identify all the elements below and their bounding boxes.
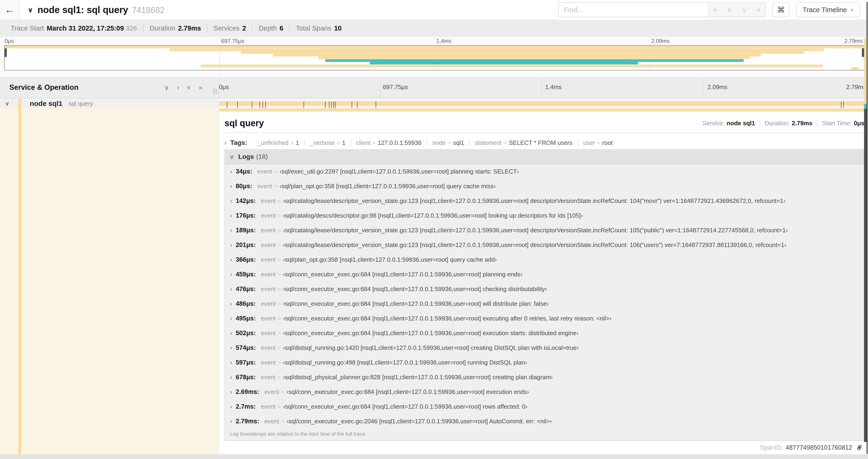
view-selector-label: Trace Timeline <box>803 6 847 14</box>
stat-item: Trace StartMarch 31 2022, 17:25:09.326 <box>5 24 144 33</box>
tick-label: 2.79ms <box>846 84 866 91</box>
page-title: node sql1: sql query <box>37 5 128 15</box>
log-row[interactable]: ›201μs:event=‹sql/catalog/lease/descript… <box>225 238 864 252</box>
scrollbar-segment <box>864 38 867 104</box>
locate-icon[interactable]: ⌖ <box>713 6 717 14</box>
log-row[interactable]: ›142μs:event=‹sql/catalog/lease/descript… <box>225 194 864 208</box>
log-rows: ›34μs:event=‹sql/exec_util.go:2297 [nsql… <box>225 164 864 429</box>
log-row[interactable]: ›176μs:event=‹sql/catalog/descs/descript… <box>225 208 864 223</box>
minimap-span-bar <box>169 48 824 51</box>
log-row[interactable]: ›597μs:event=‹sql/distsql_running.go:498… <box>225 355 864 370</box>
back-button[interactable]: ← <box>0 0 20 20</box>
span-detail-panel: sql query Service:node sql1Duration:2.79… <box>219 108 868 454</box>
log-row[interactable]: ›34μs:event=‹sql/exec_util.go:2297 [nsql… <box>225 164 864 179</box>
tag-item: statement=SELECT * FROM users <box>470 139 578 146</box>
find-box: ⌖∧∨× <box>558 2 766 17</box>
chevron-right-icon: › <box>230 256 232 263</box>
column-title: Service & Operation <box>9 83 79 92</box>
chevron-right-icon: › <box>230 183 232 190</box>
log-row[interactable]: ›189μs:event=‹sql/catalog/lease/descript… <box>225 223 864 238</box>
tick-label: 697.75μs <box>383 84 408 91</box>
clear-icon[interactable]: × <box>756 6 761 14</box>
minimap-tick-labels: 0μs697.75μs1.4ms2.09ms2.79ms <box>4 38 865 45</box>
log-row[interactable]: ›2.79ms:event=‹sql/conn_executor_exec.go… <box>225 414 864 429</box>
span-title: sql query <box>224 118 264 128</box>
span-duration-bar[interactable] <box>219 101 864 106</box>
tag-item: user=root <box>578 139 618 146</box>
trace-minimap: 0μs697.75μs1.4ms2.09ms2.79ms <box>0 37 868 77</box>
chevron-down-icon[interactable]: ∨ <box>28 6 33 14</box>
stat-item: Total Spans10 <box>290 24 348 33</box>
expanded-span-left-column <box>0 108 219 454</box>
span-color-stripe <box>18 108 22 454</box>
timeline-column-header: Service & Operation ∨›»» 0μs697.75μs1.4m… <box>0 77 868 98</box>
timeline-ruler: 0μs697.75μs1.4ms2.09ms2.79ms <box>219 77 868 98</box>
span-row: ∨ node sql1 sql query <box>0 99 868 108</box>
span-meta-item: Start Time:0μs <box>817 120 864 127</box>
chevron-down-icon[interactable]: ∨ <box>5 100 9 107</box>
logs-container: ∨ Logs (18) ›34μs:event=‹sql/exec_util.g… <box>224 149 864 441</box>
chevron-right-icon: › <box>230 300 232 307</box>
tick-label: 2.09ms <box>651 38 670 44</box>
divider <box>224 132 864 133</box>
log-row[interactable]: ›459μs:event=‹sql/conn_executor_exec.go:… <box>225 267 864 282</box>
top-actions: ⌖∧∨× ⌘ Trace Timeline ∨ <box>558 2 860 17</box>
expand-all-icon[interactable]: » <box>198 84 202 91</box>
tick-label: 697.75μs <box>221 38 244 44</box>
expand-one-icon[interactable]: › <box>177 84 179 91</box>
minimap-span-bar <box>325 59 744 62</box>
span-meta: Service:node sql1Duration:2.79msStart Ti… <box>698 120 865 127</box>
tags-label[interactable]: Tags: <box>230 139 247 146</box>
column-resize-grip[interactable] <box>214 88 217 94</box>
log-row[interactable]: ›80μs:event=‹sql/plan_opt.go:358 [nsql1,… <box>225 179 864 194</box>
tick-label: 1.4ms <box>436 38 452 44</box>
link-icon[interactable] <box>856 444 863 452</box>
log-row[interactable]: ›678μs:event=‹sql/distsql_physical_plann… <box>225 370 864 385</box>
log-row[interactable]: ›2.69ms:event=‹sql/conn_executor_exec.go… <box>225 385 864 399</box>
collapse-all-icon[interactable]: » <box>185 86 193 89</box>
keyboard-shortcuts-button[interactable]: ⌘ <box>772 2 789 17</box>
command-icon: ⌘ <box>777 5 785 14</box>
top-bar: ← ∨ node sql1: sql query 7418682 ⌖∧∨× ⌘ … <box>0 0 868 20</box>
collapse-expand-controls: ∨›»» <box>164 84 202 91</box>
log-row[interactable]: ›2.7ms:event=‹sql/conn_executor_exec.go:… <box>225 399 864 414</box>
span-timeline-cell[interactable] <box>219 99 867 108</box>
chevron-right-icon: › <box>230 198 232 204</box>
chevron-down-icon: ∨ <box>850 7 854 12</box>
minimap-canvas[interactable] <box>4 45 865 70</box>
logs-count: (18) <box>256 153 268 160</box>
chevron-down-icon: ∨ <box>229 153 234 160</box>
trace-view-selector[interactable]: Trace Timeline ∨ <box>796 2 860 17</box>
log-row[interactable]: ›574μs:event=‹sql/distsql_running.go:142… <box>225 340 864 355</box>
chevron-right-icon: › <box>230 403 232 410</box>
prev-result-icon[interactable]: ∧ <box>727 6 732 14</box>
tag-item: client=127.0.0.1:59936 <box>351 139 427 146</box>
find-controls: ⌖∧∨× <box>708 3 765 17</box>
log-row[interactable]: ›366μs:event=‹sql/plan_opt.go:358 [nsql1… <box>225 252 864 267</box>
chevron-right-icon[interactable]: › <box>224 139 226 146</box>
log-row[interactable]: ›476μs:event=‹sql/conn_executor_exec.go:… <box>225 282 864 296</box>
tick-label: 2.09ms <box>708 84 727 91</box>
chevron-right-icon: › <box>230 315 232 322</box>
tag-item: node=sql1 <box>427 139 470 146</box>
logs-header[interactable]: ∨ Logs (18) <box>225 150 864 164</box>
right-edge-line <box>867 2 868 454</box>
back-arrow-icon: ← <box>5 4 14 15</box>
chevron-right-icon: › <box>230 374 232 381</box>
span-name-cell[interactable]: ∨ node sql1 sql query <box>0 99 219 108</box>
span-id-row: SpanID: 4877749850101760812 <box>760 444 863 452</box>
find-input[interactable] <box>559 3 708 17</box>
tag-item: _verbose=1 <box>305 139 351 146</box>
collapse-one-icon[interactable]: ∨ <box>164 84 169 91</box>
chevron-right-icon: › <box>230 418 232 425</box>
log-row[interactable]: ›486μs:event=‹sql/conn_executor_exec.go:… <box>225 296 864 311</box>
log-row[interactable]: ›502μs:event=‹sql/conn_executor_exec.go:… <box>225 326 864 340</box>
span-service-name: node sql1 <box>30 100 63 107</box>
service-operation-header: Service & Operation ∨›»» <box>0 77 219 98</box>
next-result-icon[interactable]: ∨ <box>742 6 747 14</box>
span-meta-item: Duration:2.79ms <box>760 120 817 127</box>
chevron-right-icon: › <box>230 227 232 234</box>
chevron-right-icon: › <box>230 242 232 249</box>
log-row[interactable]: ›495μs:event=‹sql/conn_executor_exec.go:… <box>225 311 864 326</box>
trace-id: 7418682 <box>132 5 164 15</box>
